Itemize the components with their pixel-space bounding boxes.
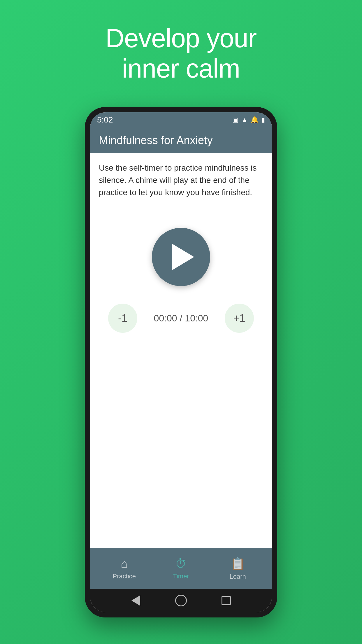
tagline-container: Develop your inner calm [106, 23, 256, 84]
tagline-line2: inner calm [122, 54, 240, 83]
bottom-nav: ⌂ Practice ⏱ Timer 📋 Learn [90, 548, 272, 589]
debug-ribbon-inner: DEBUG [267, 112, 272, 115]
content-area: Use the self-timer to practice mindfulne… [90, 153, 272, 548]
timer-display: 00:00 / 10:00 [152, 313, 210, 324]
play-icon [172, 244, 194, 270]
practice-icon: ⌂ [121, 557, 128, 570]
timer-icon: ⏱ [175, 557, 187, 570]
recents-icon [222, 596, 231, 605]
sd-card-icon: ▣ [232, 116, 238, 124]
practice-label: Practice [113, 573, 136, 580]
app-title: Mindfulness for Anxiety [99, 134, 213, 147]
debug-label: DEBUG [260, 112, 271, 121]
timer-label: Timer [173, 573, 189, 580]
debug-ribbon: DEBUG [250, 112, 272, 127]
home-button[interactable] [174, 593, 188, 608]
phone-screen: 5:02 ▣ ▲ 🔔 ▮ DEBUG Mindfulness for Anxie… [90, 112, 272, 612]
plus-button[interactable]: +1 [225, 304, 254, 333]
phone-wrapper: 5:02 ▣ ▲ 🔔 ▮ DEBUG Mindfulness for Anxie… [85, 107, 277, 617]
wifi-icon: ▲ [241, 116, 248, 124]
status-time: 5:02 [97, 115, 113, 125]
status-bar: 5:02 ▣ ▲ 🔔 ▮ DEBUG [90, 112, 272, 127]
timer-controls: -1 00:00 / 10:00 +1 [99, 304, 263, 333]
app-bar: Mindfulness for Anxiety [90, 127, 272, 153]
minus-label: -1 [118, 312, 127, 324]
phone-system-nav [90, 589, 272, 612]
player-section: -1 00:00 / 10:00 +1 [99, 228, 263, 333]
tagline-line1: Develop your [106, 24, 256, 53]
nav-item-timer[interactable]: ⏱ Timer [153, 557, 210, 580]
learn-label: Learn [230, 573, 246, 580]
recents-button[interactable] [219, 593, 233, 608]
home-icon [175, 595, 187, 606]
learn-icon: 📋 [231, 557, 245, 570]
nav-item-learn[interactable]: 📋 Learn [209, 557, 266, 580]
back-icon [131, 595, 140, 606]
description-text: Use the self-timer to practice mindfulne… [99, 162, 263, 199]
back-button[interactable] [129, 593, 143, 608]
nav-item-practice[interactable]: ⌂ Practice [96, 557, 153, 580]
minus-button[interactable]: -1 [108, 304, 137, 333]
plus-label: +1 [233, 312, 245, 324]
play-button[interactable] [152, 228, 210, 286]
